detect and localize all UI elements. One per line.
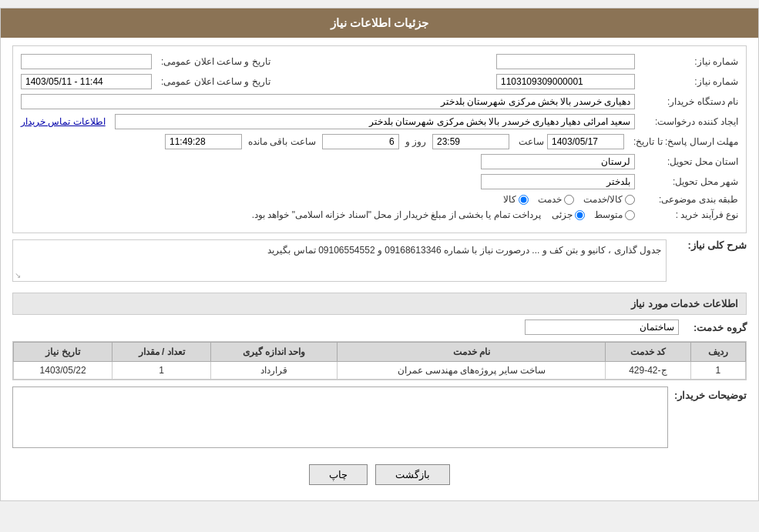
cell-tarikh: 1403/05/22 <box>14 362 113 380</box>
row-mohlat: مهلت ارسال پاسخ: تا تاریخ: ساعت روز و سا… <box>21 134 738 149</box>
col-vahed: واحد اندازه گیری <box>211 343 338 362</box>
noe-label: نوع فرآیند خرید : <box>638 209 738 220</box>
noe-text: پرداخت تمام یا بخشی از مبلغ خریدار از مح… <box>252 209 541 220</box>
tabaqe-label: طبقه بندی موضوعی: <box>638 194 738 205</box>
mohlat-saat-input[interactable] <box>432 134 509 149</box>
cell-tedad: 1 <box>113 362 211 380</box>
etelaat-link[interactable]: اطلاعات تماس خریدار <box>21 116 106 127</box>
ejadKonande-label: ایجاد کننده درخواست: <box>638 116 738 127</box>
tabaqe-kala-khedmat[interactable]: کالا/خدمت <box>583 194 635 205</box>
tabaqe-kala-label: کالا <box>503 194 516 205</box>
noe-motevaset-label: متوسط <box>594 209 623 220</box>
ejadKonande-input[interactable] <box>115 114 635 129</box>
services-table-area: ردیف کد خدمت نام خدمت واحد اندازه گیری ت… <box>12 341 747 380</box>
shomareNiaz-value-input[interactable] <box>496 74 635 89</box>
back-button[interactable]: بازگشت <box>375 464 450 485</box>
sharh-label: شرح کلی نیاز: <box>670 239 747 251</box>
tosif-label: توضیحات خریدار: <box>674 386 747 401</box>
button-row: بازگشت چاپ <box>12 457 747 493</box>
mohlat-baghimande-label: ساعت باقی مانده <box>245 136 319 147</box>
table-row: 1 ج-42-429 ساخت سایر پروژه‌های مهندسی عم… <box>14 362 746 380</box>
tabaqe-khedmat-label: خدمت <box>538 194 562 205</box>
gorohe-label: گروه خدمت: <box>685 322 747 333</box>
ostan-input[interactable] <box>481 154 635 169</box>
main-info-section: شماره نیاز: تاریخ و ساعت اعلان عمومی: شم… <box>12 45 747 233</box>
tabaqe-kala-radio[interactable] <box>519 195 529 205</box>
shahr-input[interactable] <box>481 174 635 189</box>
services-table: ردیف کد خدمت نام خدمت واحد اندازه گیری ت… <box>13 342 746 380</box>
shomareNiaz-input[interactable] <box>496 54 635 69</box>
col-tarikh: تاریخ نیاز <box>14 343 113 362</box>
row-shahr: شهر محل تحویل: <box>21 174 738 189</box>
tabaqe-kala[interactable]: کالا <box>503 194 529 205</box>
namDastgah-label: نام دستگاه خریدار: <box>638 96 738 107</box>
tosif-wrapper <box>12 386 668 450</box>
row-namDastgah: نام دستگاه خریدار: <box>21 94 738 109</box>
tabaqe-khedmat[interactable]: خدمت <box>538 194 574 205</box>
mohlat-date-input[interactable] <box>547 134 624 149</box>
col-nam: نام خدمت <box>338 343 606 362</box>
tarikh-value-input[interactable] <box>21 74 152 89</box>
tabaqe-kala-khedmat-label: کالا/خدمت <box>583 194 623 205</box>
col-radif: ردیف <box>690 343 745 362</box>
tarikh-label: تاریخ و ساعت اعلان عمومی: <box>155 56 270 67</box>
gorohe-input[interactable] <box>525 320 679 335</box>
description-section: توضیحات خریدار: <box>12 386 747 450</box>
noe-jazei[interactable]: جزئی <box>552 209 585 220</box>
tabaqe-kala-khedmat-radio[interactable] <box>625 195 635 205</box>
page-title: جزئیات اطلاعات نیاز <box>331 16 428 29</box>
page-header: جزئیات اطلاعات نیاز <box>1 8 758 38</box>
row-tabaqe: طبقه بندی موضوعی: کالا/خدمت خدمت کالا <box>21 194 738 205</box>
mohlat-rooz-label: روز و <box>402 136 429 147</box>
sharh-text: جدول گذاری ، کانیو و بتن کف و ... درصورت… <box>267 245 661 256</box>
gorohe-row: گروه خدمت: <box>12 320 747 335</box>
col-tedad: تعداد / مقدار <box>113 343 211 362</box>
row-ostan: استان محل تحویل: <box>21 154 738 169</box>
row-noe: نوع فرآیند خرید : متوسط جزئی پرداخت تمام… <box>21 209 738 220</box>
khedamat-section-title: اطلاعات خدمات مورد نیاز <box>12 293 747 315</box>
tabaqe-radio-group: کالا/خدمت خدمت کالا <box>503 194 635 205</box>
tarikh-label2: تاریخ و ساعت اعلان عمومی: <box>155 76 270 87</box>
table-header-row: ردیف کد خدمت نام خدمت واحد اندازه گیری ت… <box>14 343 746 362</box>
resize-indicator: ↘ <box>15 271 21 279</box>
noe-motevaset[interactable]: متوسط <box>594 209 635 220</box>
noe-jazei-radio[interactable] <box>575 210 585 220</box>
mohlat-label: مهلت ارسال پاسخ: تا تاریخ: <box>627 136 738 147</box>
col-kod: کد خدمت <box>606 343 690 362</box>
print-button[interactable]: چاپ <box>309 464 368 485</box>
row-shomareNiaz: شماره نیاز: تاریخ و ساعت اعلان عمومی: <box>21 54 738 69</box>
noe-jazei-label: جزئی <box>552 209 573 220</box>
namDastgah-input[interactable] <box>21 94 635 109</box>
cell-nam: ساخت سایر پروژه‌های مهندسی عمران <box>338 362 606 380</box>
cell-radif: 1 <box>690 362 745 380</box>
noe-radio-group: متوسط جزئی <box>552 209 635 220</box>
shomareNiaz-label2: شماره نیاز: <box>638 76 738 87</box>
cell-vahed: قرارداد <box>211 362 338 380</box>
shahr-label: شهر محل تحویل: <box>638 176 738 187</box>
row-shomareNiaz-value: شماره نیاز: تاریخ و ساعت اعلان عمومی: <box>21 74 738 89</box>
mohlat-saat-label: ساعت <box>512 136 544 147</box>
noe-motevaset-radio[interactable] <box>625 210 635 220</box>
shomareNiaz-label: شماره نیاز: <box>638 56 738 67</box>
row-sharh: شرح کلی نیاز: جدول گذاری ، کانیو و بتن ک… <box>12 239 747 286</box>
tarikh-input[interactable] <box>21 54 152 69</box>
row-ejadKonande: ایجاد کننده درخواست: اطلاعات تماس خریدار <box>21 114 738 129</box>
mohlat-rooz-input[interactable] <box>322 134 399 149</box>
sharh-box: جدول گذاری ، کانیو و بتن کف و ... درصورت… <box>12 239 667 282</box>
cell-kod: ج-42-429 <box>606 362 690 380</box>
mohlat-baghimande-input[interactable] <box>165 134 242 149</box>
tabaqe-khedmat-radio[interactable] <box>564 195 574 205</box>
tosif-textarea[interactable] <box>12 386 668 448</box>
ostan-label: استان محل تحویل: <box>638 156 738 167</box>
